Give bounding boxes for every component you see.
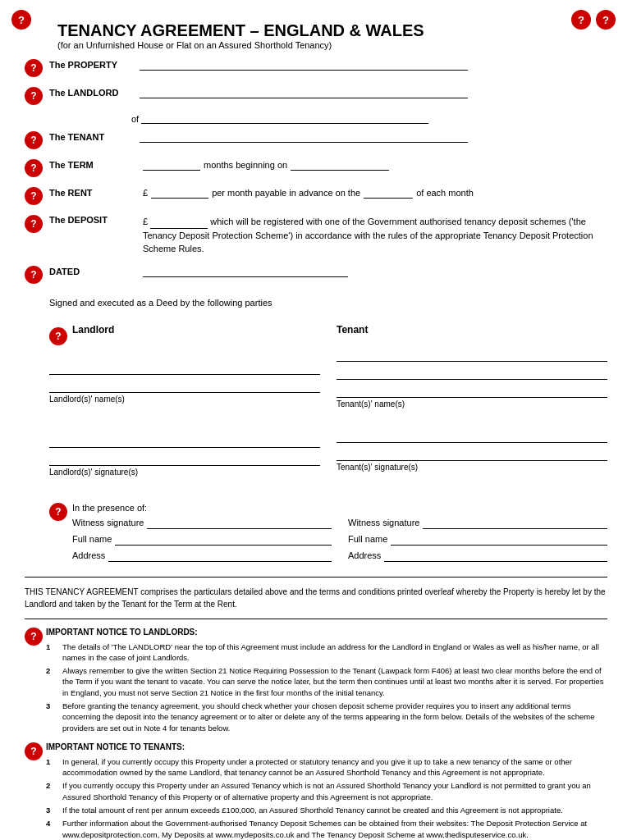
- landlord-name-sublabel: Landlord(s)' name(s): [49, 395, 320, 404]
- presence-section: ? In the presence of: Witness signature …: [49, 503, 607, 565]
- witness-sig-line-right[interactable]: [423, 516, 607, 529]
- dated-label: DATED: [49, 267, 140, 276]
- deposit-label: The DEPOSIT: [49, 215, 140, 225]
- tenant-notice-item-3: 3 If the total amount of rent per annum …: [46, 805, 607, 815]
- rent-per-month: per month payable in advance on the: [212, 188, 360, 198]
- important-tenants-block: ? IMPORTANT NOTICE TO TENANTS: 1 In gene…: [25, 742, 607, 840]
- divider: [25, 577, 607, 578]
- witness-name-line-right[interactable]: [391, 532, 607, 546]
- witness-addr-label-right: Address: [348, 550, 381, 560]
- witness-addr-row-left: Address: [72, 549, 332, 562]
- tenant-label: The TENANT: [49, 132, 140, 142]
- sub-title: (for an Unfurnished House or Flat on an …: [57, 40, 424, 50]
- tenant-sig-line1[interactable]: [337, 427, 607, 443]
- tenant-help-icon[interactable]: ?: [25, 131, 43, 149]
- landlord-notice-item-3: 3 Before granting the tenancy agreement,…: [46, 701, 607, 733]
- property-value-field[interactable]: [140, 59, 468, 71]
- landlord-notice-item-2: 2 Always remember to give the written Se…: [46, 665, 607, 698]
- tenant-name-line1[interactable]: [337, 345, 607, 362]
- landlord-name-line2[interactable]: [49, 377, 320, 393]
- rent-of-each: of each month: [416, 188, 474, 198]
- important-landlords-help-icon[interactable]: ?: [25, 628, 43, 646]
- witness-addr-line-right[interactable]: [384, 549, 607, 562]
- divider2: [25, 619, 607, 619]
- presence-help-icon[interactable]: ?: [49, 503, 67, 521]
- landlord-sig-help-icon[interactable]: ?: [49, 327, 67, 345]
- comprises-text: THIS TENANCY AGREEMENT comprises the par…: [25, 586, 607, 610]
- presence-content: In the presence of: Witness signature Fu…: [72, 503, 607, 565]
- witness-name-row-right: Full name: [348, 532, 607, 546]
- rent-label: The RENT: [49, 188, 140, 198]
- important-landlords-block: ? IMPORTANT NOTICE TO LANDLORDS: 1 The d…: [25, 628, 607, 736]
- witness-name-label-right: Full name: [348, 534, 387, 544]
- deposit-row: ? The DEPOSIT £ which will be registered…: [25, 212, 607, 258]
- top-left-help-icon[interactable]: ?: [11, 10, 31, 30]
- presence-title: In the presence of:: [72, 503, 607, 513]
- witness-sig-row-right: Witness signature: [348, 516, 607, 529]
- header-text: TENANCY AGREEMENT – ENGLAND & WALES (for…: [57, 21, 424, 50]
- dated-help-icon[interactable]: ?: [25, 266, 43, 284]
- term-months-text: months beginning on: [204, 160, 287, 170]
- help-icon-top2[interactable]: ?: [596, 10, 616, 30]
- page: ? ? ? TENANCY AGREEMENT – ENGLAND & WALE…: [0, 0, 632, 840]
- property-help-icon[interactable]: ?: [25, 59, 43, 77]
- witness-right-col: Witness signature Full name Address: [348, 516, 607, 565]
- deposit-help-icon[interactable]: ?: [25, 215, 43, 233]
- help-icon-top1[interactable]: ?: [571, 10, 591, 30]
- landlord-sig-sublabel: Landlord(s)' signature(s): [49, 468, 320, 477]
- tenant-row: ? The TENANT: [25, 129, 607, 152]
- deposit-block: £ which will be registered with one of t…: [143, 215, 607, 256]
- witness-addr-line-left[interactable]: [108, 549, 332, 562]
- tenant-sig-col-label: Tenant: [337, 324, 368, 336]
- important-tenants-help-icon[interactable]: ?: [25, 742, 43, 760]
- important-tenants-title: IMPORTANT NOTICE TO TENANTS:: [46, 742, 607, 751]
- deposit-description: which will be registered with one of the…: [143, 217, 593, 253]
- landlord-value-field[interactable]: [140, 87, 468, 98]
- landlord-address-field[interactable]: [141, 112, 428, 124]
- term-months-field[interactable]: [143, 159, 200, 171]
- witness-sig-row-left: Witness signature: [72, 516, 332, 529]
- rent-help-icon[interactable]: ?: [25, 187, 43, 205]
- landlord-sig-line2[interactable]: [49, 450, 320, 466]
- witness-addr-label-left: Address: [72, 550, 105, 560]
- property-label: The PROPERTY: [49, 60, 140, 70]
- tenant-notice-item-2: 2 If you currently occupy this Property …: [46, 780, 607, 802]
- landlord-name-line1[interactable]: [49, 358, 320, 375]
- signature-section: ? Landlord Landlord(s)' name(s) Landlord…: [49, 324, 607, 490]
- important-landlords-items: 1 The details of 'The LANDLORD' near the…: [46, 641, 607, 733]
- landlord-label: The LANDLORD: [49, 88, 140, 98]
- landlord-help-icon[interactable]: ?: [25, 87, 43, 105]
- landlord-sig-line1[interactable]: [49, 431, 320, 448]
- tenant-value-field[interactable]: [140, 131, 468, 143]
- of-indent: of: [131, 112, 607, 124]
- rent-day-field[interactable]: [364, 187, 413, 199]
- top-help-icons: ? ?: [571, 10, 616, 30]
- term-begin-field[interactable]: [291, 159, 389, 171]
- deposit-amount-field[interactable]: [150, 217, 208, 229]
- deposit-currency: £: [143, 217, 148, 226]
- witness-addr-row-right: Address: [348, 549, 607, 562]
- witness-name-line-left[interactable]: [115, 532, 332, 546]
- landlord-row: ? The LANDLORD: [25, 84, 607, 107]
- dated-field[interactable]: [143, 266, 348, 277]
- header: TENANCY AGREEMENT – ENGLAND & WALES (for…: [25, 12, 607, 50]
- tenant-sig-line2[interactable]: [337, 445, 607, 461]
- landlord-sig-col: ? Landlord Landlord(s)' name(s) Landlord…: [49, 324, 320, 490]
- help-icon-topleft[interactable]: ?: [11, 10, 31, 30]
- term-row: ? The TERM months beginning on: [25, 157, 607, 180]
- tenant-sig-sublabel: Tenant(s)' signature(s): [337, 463, 607, 472]
- tenant-name-line3[interactable]: [337, 381, 607, 398]
- landlord-sig-col-label: Landlord: [72, 324, 114, 336]
- term-help-icon[interactable]: ?: [25, 159, 43, 177]
- witness-sig-line-left[interactable]: [147, 516, 332, 529]
- signed-text: Signed and executed as a Deed by the fol…: [49, 298, 607, 308]
- witness-grid: Witness signature Full name Address Witn…: [72, 516, 607, 565]
- witness-left-col: Witness signature Full name Address: [72, 516, 332, 565]
- tenant-name-line2[interactable]: [337, 363, 607, 380]
- witness-name-row-left: Full name: [72, 532, 332, 546]
- landlord-notice-item-1: 1 The details of 'The LANDLORD' near the…: [46, 641, 607, 664]
- rent-row: ? The RENT £ per month payable in advanc…: [25, 185, 607, 208]
- tenant-name-sublabel: Tenant(s)' name(s): [337, 399, 607, 409]
- dated-row: ? DATED: [25, 263, 607, 286]
- rent-amount-field[interactable]: [151, 187, 208, 199]
